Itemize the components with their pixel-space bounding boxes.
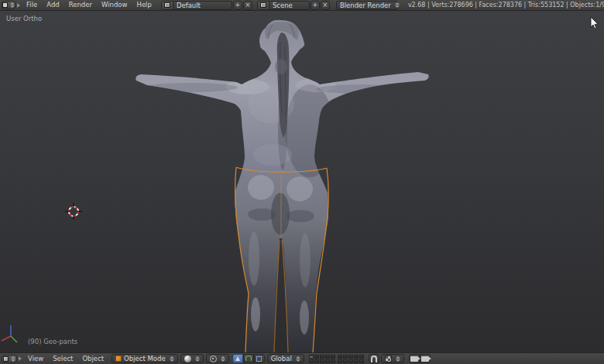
screen-layout-field[interactable]: Default xyxy=(173,1,232,10)
snap-magnet-icon xyxy=(371,355,377,362)
manipulator-scale-icon xyxy=(256,356,262,362)
editor-updown-icon xyxy=(11,356,15,362)
scene-browse-icon xyxy=(260,2,266,8)
render-engine-dropdown[interactable]: Blender Render xyxy=(336,1,398,10)
pivot-updown-icon xyxy=(221,356,225,362)
layout-browse-button[interactable] xyxy=(161,1,173,10)
viewport-3d[interactable]: User Ortho (90) Geo-pants xyxy=(0,11,604,352)
viewport-shading-sphere-icon xyxy=(184,355,191,362)
layout-add-button[interactable]: + xyxy=(233,1,242,10)
view-orientation-label: User Ortho xyxy=(6,15,42,22)
mode-updown-icon xyxy=(170,356,174,362)
scene-stats-text: v2.68 | Verts:278696 | Faces:278376 | Tr… xyxy=(408,2,604,9)
editor-type-button-info[interactable] xyxy=(2,1,15,9)
info-header-bar: File Add Render Window Help Default + × … xyxy=(0,0,604,11)
render-opengl-anim-button[interactable] xyxy=(420,354,431,363)
active-object-label: (90) Geo-pants xyxy=(28,338,77,345)
mouse-cursor xyxy=(591,17,598,29)
layers-group-1[interactable] xyxy=(309,355,335,363)
viewport-header-bar: View Select Object Object Mode xyxy=(0,352,604,364)
layers-widget[interactable] xyxy=(309,355,364,363)
render-opengl-anim-camera-icon xyxy=(421,356,429,362)
collapse-chevron-icon[interactable] xyxy=(19,356,22,361)
axis-gizmo xyxy=(2,325,17,342)
render-engine-value: Blender Render xyxy=(340,2,391,9)
snap-element-dropdown[interactable] xyxy=(381,354,404,363)
scene-browse-button[interactable] xyxy=(257,1,269,10)
object-mode-cube-icon xyxy=(115,355,122,362)
menu-view[interactable]: View xyxy=(23,354,48,364)
shading-updown-icon xyxy=(195,356,200,362)
menu-object[interactable]: Object xyxy=(77,354,108,364)
render-opengl-camera-icon xyxy=(410,356,418,362)
model-canvas xyxy=(0,11,604,352)
pivot-point-dropdown[interactable] xyxy=(206,354,229,363)
menu-add[interactable]: Add xyxy=(42,0,63,10)
mode-value: Object Mode xyxy=(124,355,166,362)
layout-browse-icon xyxy=(164,2,170,8)
mode-dropdown[interactable]: Object Mode xyxy=(112,354,178,363)
menu-select[interactable]: Select xyxy=(48,354,77,364)
menu-file[interactable]: File xyxy=(22,0,42,10)
screen-layout-value: Default xyxy=(177,2,201,9)
layers-group-2[interactable] xyxy=(338,355,364,363)
manipulator-rotate-toggle[interactable] xyxy=(243,354,254,363)
menu-window[interactable]: Window xyxy=(97,0,132,10)
3d-cursor xyxy=(65,203,82,220)
collapse-chevron-icon[interactable] xyxy=(17,3,20,8)
editor-type-button-3dview[interactable] xyxy=(2,355,17,363)
orientation-updown-icon xyxy=(296,356,300,362)
orientation-value: Global xyxy=(271,355,292,362)
scene-field[interactable]: Scene xyxy=(269,1,310,10)
snap-element-icon xyxy=(385,355,392,362)
3d-view-editor-icon xyxy=(3,356,9,362)
snap-updown-icon xyxy=(396,356,400,362)
pivot-point-icon xyxy=(210,355,217,362)
scene-add-button[interactable]: + xyxy=(311,1,320,10)
manipulator-translate-toggle[interactable] xyxy=(232,354,243,363)
info-editor-icon xyxy=(2,2,8,8)
render-opengl-button[interactable] xyxy=(409,354,420,363)
viewport-shading-dropdown[interactable] xyxy=(180,354,204,363)
manipulator-scale-toggle[interactable] xyxy=(254,354,265,363)
layout-remove-button[interactable]: × xyxy=(243,1,252,10)
manipulator-translate-icon xyxy=(235,356,240,361)
manipulator-rotate-icon xyxy=(245,355,252,362)
scene-remove-button[interactable]: × xyxy=(321,1,330,10)
editor-updown-icon xyxy=(10,2,15,8)
scene-value: Scene xyxy=(273,2,293,9)
blender-window: File Add Render Window Help Default + × … xyxy=(0,0,604,364)
engine-updown-icon xyxy=(395,2,400,8)
transform-orientation-dropdown[interactable]: Global xyxy=(267,354,304,363)
menu-help[interactable]: Help xyxy=(132,0,156,10)
snap-magnet-toggle[interactable] xyxy=(369,354,379,363)
menu-render[interactable]: Render xyxy=(64,0,97,10)
